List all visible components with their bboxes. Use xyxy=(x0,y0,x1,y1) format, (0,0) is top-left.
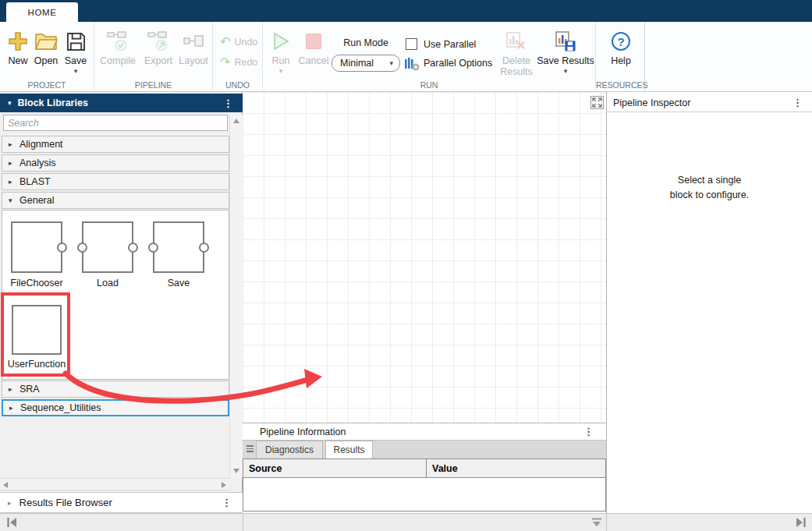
bottom-collapse-strip xyxy=(0,513,812,531)
save-button[interactable]: Save ▾ xyxy=(62,30,89,74)
save-dropdown-caret[interactable]: ▾ xyxy=(74,69,78,74)
expand-caret-icon: ▸ xyxy=(8,499,12,507)
delete-results-icon xyxy=(506,30,527,53)
open-folder-icon xyxy=(34,30,58,53)
pipeline-inspector-panel: Pipeline Inspector ⋮ Select a single blo… xyxy=(607,92,812,513)
toolstrip: New Open Save ▾ PROJECT Compile xyxy=(0,22,812,92)
block-filechooser[interactable] xyxy=(11,221,62,273)
panel-title: Pipeline Information xyxy=(260,427,346,437)
app-tab-bar: HOME xyxy=(0,0,812,22)
block-load[interactable] xyxy=(82,221,133,273)
use-parallel-checkbox[interactable] xyxy=(406,38,417,50)
scroll-up-arrow[interactable] xyxy=(233,119,239,123)
tab-home[interactable]: HOME xyxy=(6,2,78,22)
section-label-run: RUN xyxy=(263,80,595,90)
vertical-scrollbar[interactable] xyxy=(229,115,243,477)
inspector-empty-message: Select a single block to configure. xyxy=(607,173,812,203)
scroll-left-arrow[interactable] xyxy=(3,482,8,488)
redo-button[interactable]: ↷ Redo xyxy=(220,56,257,69)
search-input[interactable] xyxy=(3,115,228,131)
tab-diagnostics[interactable]: Diagnostics xyxy=(256,441,323,459)
collapse-right-panel-icon[interactable] xyxy=(796,517,807,530)
expand-caret-icon: ▸ xyxy=(9,159,16,167)
panel-overflow-menu-icon[interactable]: ⋮ xyxy=(583,427,594,437)
category-sra[interactable]: ▸ SRA xyxy=(2,381,229,398)
compile-button[interactable]: Compile xyxy=(98,30,138,66)
redo-arrow-icon: ↷ xyxy=(220,56,230,69)
help-button[interactable]: ? Help xyxy=(602,30,640,66)
column-header-value: Value xyxy=(427,459,605,477)
category-analysis[interactable]: ▸ Analysis xyxy=(2,154,229,172)
run-mode-dropdown[interactable]: Minimal ▾ xyxy=(332,55,400,72)
layout-icon xyxy=(183,30,204,53)
run-dropdown-caret[interactable]: ▾ xyxy=(279,69,283,74)
panel-title: Block Libraries xyxy=(18,97,88,108)
pipeline-information-tabbar: Diagnostics Results xyxy=(243,440,606,458)
fit-to-view-icon[interactable] xyxy=(590,96,604,112)
scroll-right-arrow[interactable] xyxy=(222,482,226,488)
export-icon xyxy=(147,30,170,53)
collapse-caret-icon: ▾ xyxy=(9,196,16,204)
tab-grip-icon xyxy=(246,445,254,452)
block-label: Save xyxy=(149,278,208,289)
section-label-pipeline: PIPELINE xyxy=(94,80,212,90)
collapse-left-panel-icon[interactable] xyxy=(6,517,17,530)
delete-results-button[interactable]: Delete Results xyxy=(494,30,539,77)
tab-results[interactable]: Results xyxy=(325,441,373,459)
horizontal-scrollbar[interactable] xyxy=(0,478,229,490)
block-libraries-panel: ▾ Block Libraries ⋮ ▸ Alignment ▸ Analys… xyxy=(0,92,243,513)
export-button[interactable]: Export xyxy=(141,30,176,66)
results-table-header: Source Value xyxy=(243,459,605,478)
parallel-options-icon[interactable] xyxy=(404,56,420,74)
expand-caret-icon: ▸ xyxy=(9,140,16,148)
output-port xyxy=(57,242,67,253)
block-label: Load xyxy=(78,278,137,289)
collapse-panel-caret-icon[interactable]: ▾ xyxy=(8,99,12,107)
block-label: FileChooser xyxy=(2,278,71,289)
run-button[interactable]: Run ▾ xyxy=(268,30,294,74)
new-button[interactable]: New xyxy=(5,30,31,66)
block-userfunction[interactable] xyxy=(12,305,62,355)
pipeline-information-panel: Pipeline Information ⋮ Diagnostics Resul… xyxy=(243,423,607,513)
pipeline-inspector-header[interactable]: Pipeline Inspector ⋮ xyxy=(607,94,812,112)
section-resources: ? Help RESOURCES xyxy=(596,22,645,91)
use-parallel-label: Use Parallel xyxy=(424,39,476,50)
cancel-stop-icon xyxy=(306,30,321,53)
help-icon: ? xyxy=(612,30,630,53)
category-alignment[interactable]: ▸ Alignment xyxy=(2,136,229,153)
layout-button[interactable]: Layout xyxy=(176,30,211,66)
run-mode-label: Run Mode xyxy=(332,37,400,48)
parallel-options-label[interactable]: Parallel Options xyxy=(424,58,492,69)
section-pipeline: Compile Export Layout PIPELINE xyxy=(94,22,213,91)
block-save[interactable] xyxy=(153,221,204,273)
collapse-bottom-panel-icon[interactable] xyxy=(591,518,602,529)
expand-caret-icon: ▸ xyxy=(9,385,16,393)
panel-overflow-menu-icon[interactable]: ⋮ xyxy=(792,97,803,108)
open-button[interactable]: Open xyxy=(33,30,59,66)
save-results-button[interactable]: Save Results ▾ xyxy=(536,30,595,74)
block-label: UserFunction xyxy=(2,359,71,370)
cancel-button[interactable]: Cancel xyxy=(297,30,330,66)
section-label-resources: RESOURCES xyxy=(596,80,644,90)
category-blast[interactable]: ▸ BLAST xyxy=(2,173,229,190)
category-general[interactable]: ▾ General xyxy=(2,192,229,209)
output-port xyxy=(199,242,209,253)
panel-overflow-menu-icon[interactable]: ⋮ xyxy=(222,497,232,508)
category-sequence-utilities[interactable]: ▸ Sequence_Utilities xyxy=(2,399,229,416)
panel-overflow-menu-icon[interactable]: ⋮ xyxy=(223,98,233,108)
chevron-down-icon: ▾ xyxy=(389,61,393,66)
save-results-dropdown-caret[interactable]: ▾ xyxy=(564,69,568,74)
undo-button[interactable]: ↶ Undo xyxy=(220,36,257,48)
general-blocks-list: FileChooser Load Save UserFunction xyxy=(2,210,229,380)
scroll-down-arrow[interactable] xyxy=(233,469,239,473)
save-floppy-icon xyxy=(66,30,86,53)
results-file-browser-header[interactable]: ▸ Results File Browser ⋮ xyxy=(0,492,243,513)
pipeline-information-header[interactable]: Pipeline Information ⋮ xyxy=(243,423,606,440)
pipeline-canvas[interactable] xyxy=(243,92,607,423)
section-label-undo: UNDO xyxy=(213,80,262,90)
run-play-icon xyxy=(271,30,291,53)
input-port xyxy=(77,242,87,253)
block-libraries-header[interactable]: ▾ Block Libraries ⋮ xyxy=(0,94,243,112)
column-header-source: Source xyxy=(243,459,427,477)
input-port xyxy=(148,242,158,253)
